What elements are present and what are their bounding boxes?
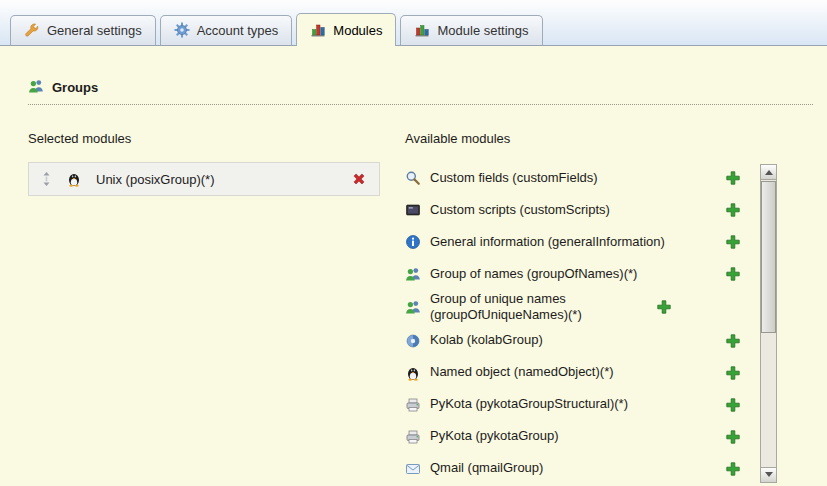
available-module-row: Custom fields (customFields) xyxy=(405,162,747,194)
available-modules-heading: Available modules xyxy=(405,131,777,146)
available-modules-column: Available modules Custom fields (customF… xyxy=(405,131,777,485)
add-plus-icon[interactable] xyxy=(656,299,672,315)
magnifier-icon xyxy=(405,170,423,186)
available-module-row: PyKota (pykotaGroup) xyxy=(405,421,747,453)
available-module-row: Custom scripts (customScripts) xyxy=(405,194,747,226)
module-settings-icon xyxy=(414,22,430,38)
module-label: Named object (namedObject)(*) xyxy=(430,364,725,380)
module-label: Custom scripts (customScripts) xyxy=(430,202,725,218)
scroll-down-icon[interactable] xyxy=(761,467,776,482)
module-label: Custom fields (customFields) xyxy=(430,170,725,186)
selected-modules-heading: Selected modules xyxy=(28,131,380,146)
available-module-row: Group of unique names (groupOfUniqueName… xyxy=(405,290,747,325)
scrollbar-thumb[interactable] xyxy=(761,181,776,333)
available-module-row: Kolab (kolabGroup) xyxy=(405,325,747,357)
module-label: Kolab (kolabGroup) xyxy=(430,332,725,348)
available-modules-list: Custom fields (customFields) Custom scri… xyxy=(405,162,777,485)
add-plus-icon[interactable] xyxy=(725,333,741,349)
module-label: Group of names (groupOfNames)(*) xyxy=(430,266,725,282)
selected-module-label: Unix (posixGroup)(*) xyxy=(96,172,351,187)
add-plus-icon[interactable] xyxy=(725,202,741,218)
kolab-icon xyxy=(405,333,423,349)
add-plus-icon[interactable] xyxy=(725,170,741,186)
scroll-up-icon[interactable] xyxy=(761,165,776,180)
add-plus-icon[interactable] xyxy=(725,397,741,413)
add-plus-icon[interactable] xyxy=(725,461,741,477)
tux-icon xyxy=(66,171,82,187)
mail-icon xyxy=(405,461,423,477)
available-module-row: PyKota (pykotaGroupStructural)(*) xyxy=(405,389,747,421)
tux-icon xyxy=(405,365,423,381)
section-title: Groups xyxy=(52,80,98,95)
add-plus-icon[interactable] xyxy=(725,266,741,282)
available-module-row: Named object (namedObject)(*) xyxy=(405,357,747,389)
selected-modules-column: Selected modules Unix (posixGroup)(*) xyxy=(28,131,380,485)
section-header: Groups xyxy=(28,78,813,105)
tab-account-types[interactable]: Account types xyxy=(160,15,293,45)
module-label: General information (generalInformation) xyxy=(430,234,725,250)
group-icon xyxy=(405,266,423,282)
available-module-row: General information (generalInformation) xyxy=(405,226,747,258)
scrollbar-track[interactable] xyxy=(760,164,777,483)
wrench-icon xyxy=(24,22,40,38)
module-label: Qmail (qmailGroup) xyxy=(430,460,725,476)
printer-icon xyxy=(405,429,423,445)
screen-icon xyxy=(405,202,423,218)
remove-icon[interactable] xyxy=(351,171,367,187)
group-icon xyxy=(405,299,423,315)
modules-panel: Selected modules Unix (posixGroup)(*) Av… xyxy=(28,131,813,485)
printer-icon xyxy=(405,397,423,413)
tab-label: Module settings xyxy=(437,23,528,38)
available-module-row: Qmail (qmailGroup) xyxy=(405,453,747,485)
module-label: PyKota (pykotaGroupStructural)(*) xyxy=(430,396,725,412)
selected-module-row: Unix (posixGroup)(*) xyxy=(28,162,380,196)
module-label: PyKota (pykotaGroup) xyxy=(430,428,725,444)
tab-general-settings[interactable]: General settings xyxy=(10,15,156,45)
available-module-row: Group of names (groupOfNames)(*) xyxy=(405,258,747,290)
modules-icon xyxy=(310,22,326,38)
move-updown-icon[interactable] xyxy=(41,171,52,187)
add-plus-icon[interactable] xyxy=(725,429,741,445)
tab-label: Modules xyxy=(333,23,382,38)
add-plus-icon[interactable] xyxy=(725,234,741,250)
module-label: Group of unique names (groupOfUniqueName… xyxy=(430,291,656,324)
tab-module-settings[interactable]: Module settings xyxy=(400,15,542,45)
tab-label: General settings xyxy=(47,23,142,38)
tab-label: Account types xyxy=(197,23,279,38)
groups-icon xyxy=(28,78,44,97)
tab-bar: General settings Account types Modules M… xyxy=(0,0,827,46)
info-icon xyxy=(405,234,423,250)
gear-icon xyxy=(174,22,190,38)
add-plus-icon[interactable] xyxy=(725,365,741,381)
tab-modules[interactable]: Modules xyxy=(296,13,396,46)
